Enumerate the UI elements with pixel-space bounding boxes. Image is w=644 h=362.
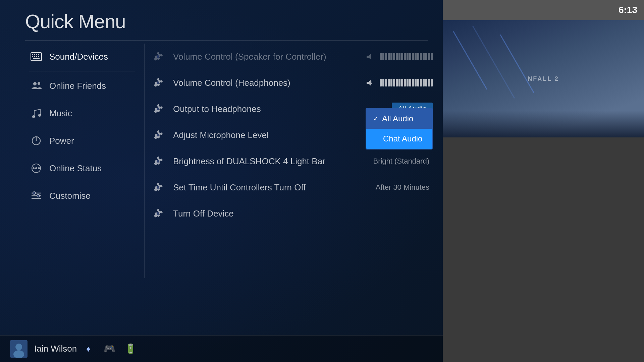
seg: [404, 53, 406, 60]
top-bar: 6:13: [443, 0, 644, 20]
volume-bar-speaker: [365, 52, 433, 61]
seg: [417, 79, 419, 86]
sidebar-item-customise[interactable]: Customise: [25, 183, 139, 209]
menu-item-controller-timeout[interactable]: Set Time Until Controllers Turn Off Afte…: [151, 174, 433, 200]
svg-point-35: [15, 344, 22, 350]
seg: [423, 53, 425, 60]
svg-rect-1: [32, 54, 33, 55]
volume-bar-headphones: [365, 78, 433, 87]
svg-point-18: [35, 167, 37, 169]
status-icon: [29, 161, 43, 175]
seg: [428, 79, 430, 86]
wrench-icon-turnoff: [151, 206, 165, 221]
seg: [396, 53, 398, 60]
output-dropdown-menu[interactable]: ✓ All Audio Chat Audio: [366, 108, 433, 149]
wrench-icon-output: [151, 102, 165, 116]
page-title: Quick Menu: [25, 10, 125, 33]
menu-item-lightbar[interactable]: Brightness of DUALSHOCK 4 Light Bar Brig…: [151, 148, 433, 174]
menu-item-volume-speaker[interactable]: Volume Control (Speaker for Controller): [151, 44, 433, 70]
wrench-icon-mic: [151, 128, 165, 142]
svg-point-23: [33, 192, 36, 194]
volume-bars-headphones: [380, 79, 433, 86]
seg: [385, 79, 387, 86]
controller-icon: 🎮: [104, 343, 115, 354]
menu-item-volume-headphones[interactable]: Volume Control (Headphones): [151, 70, 433, 96]
menu-item-turn-off[interactable]: Turn Off Device: [151, 200, 433, 227]
decor-line: [500, 35, 534, 93]
svg-rect-3: [36, 54, 37, 55]
value-controller-timeout: After 30 Minutes: [376, 183, 429, 192]
svg-rect-5: [32, 56, 33, 57]
sidebar-item-sound-devices[interactable]: Sound/Devices: [25, 44, 139, 70]
sidebar-item-music[interactable]: Music: [25, 100, 139, 126]
sidebar-item-online-status[interactable]: Online Status: [25, 155, 139, 181]
svg-rect-2: [34, 54, 35, 55]
seg: [396, 79, 398, 86]
seg: [409, 79, 411, 86]
seg: [412, 53, 414, 60]
checkmark-icon: ✓: [373, 115, 379, 123]
seg: [425, 79, 427, 86]
seg: [382, 53, 384, 60]
seg: [393, 53, 395, 60]
seg: [385, 53, 387, 60]
wrench-icon-headphones: [151, 76, 165, 90]
svg-rect-6: [34, 56, 35, 57]
svg-point-29: [157, 108, 159, 110]
decor-line: [472, 25, 515, 99]
customise-icon: [29, 189, 43, 203]
value-lightbar: Bright (Standard): [373, 157, 429, 166]
seg: [420, 79, 422, 86]
sidebar-label-sound: Sound/Devices: [49, 52, 108, 62]
volume-bars-speaker: [380, 53, 433, 60]
label-controller-timeout: Set Time Until Controllers Turn Off: [173, 182, 376, 193]
svg-point-19: [38, 167, 40, 169]
output-dropdown-wrapper: All Audio ✓ All Audio Chat Audio: [392, 105, 433, 113]
svg-point-32: [157, 186, 159, 189]
svg-point-33: [157, 212, 159, 215]
svg-rect-8: [38, 56, 39, 57]
seg: [420, 53, 422, 60]
wrench-icon-lightbar: [151, 154, 165, 168]
seg: [390, 79, 392, 86]
keyboard-icon: [29, 50, 43, 64]
seg: [380, 53, 382, 60]
svg-rect-9: [33, 58, 40, 59]
seg: [407, 79, 409, 86]
title-divider: [25, 40, 428, 41]
wrench-icon-timeout: [151, 180, 165, 194]
sidebar-item-online-friends[interactable]: Online Friends: [25, 73, 139, 99]
power-icon: [29, 134, 43, 148]
svg-point-24: [37, 194, 40, 197]
seg: [407, 53, 409, 60]
sidebar-item-power[interactable]: Power: [25, 128, 139, 154]
seg: [409, 53, 411, 60]
label-lightbar: Brightness of DUALSHOCK 4 Light Bar: [173, 156, 373, 167]
seg: [401, 79, 403, 86]
svg-point-13: [38, 114, 41, 117]
sidebar-label-customise: Customise: [49, 191, 91, 201]
option-all-audio-label: All Audio: [382, 114, 413, 123]
seg: [398, 53, 400, 60]
seg: [428, 53, 430, 60]
dropdown-option-all-audio[interactable]: ✓ All Audio: [366, 109, 432, 129]
dropdown-option-chat-audio[interactable]: Chat Audio: [366, 129, 432, 149]
seg: [390, 53, 392, 60]
seg: [417, 53, 419, 60]
label-turn-off: Turn Off Device: [173, 208, 433, 219]
svg-point-10: [33, 82, 37, 85]
sidebar-label-power: Power: [49, 136, 74, 146]
speaker-icon: [365, 52, 374, 61]
seg: [423, 79, 425, 86]
seg: [388, 53, 390, 60]
menu-item-output-headphones[interactable]: Output to Headphones All Audio ✓ All Aud…: [151, 96, 433, 122]
svg-point-30: [157, 134, 159, 136]
right-panel: 6:13 NFALL 2: [443, 0, 644, 362]
seg: [380, 79, 382, 86]
seg: [431, 79, 433, 86]
svg-point-17: [33, 167, 35, 169]
sidebar: Sound/Devices Online Friends Music: [25, 44, 139, 210]
seg: [393, 79, 395, 86]
friends-icon: [29, 79, 43, 93]
seg: [398, 79, 400, 86]
